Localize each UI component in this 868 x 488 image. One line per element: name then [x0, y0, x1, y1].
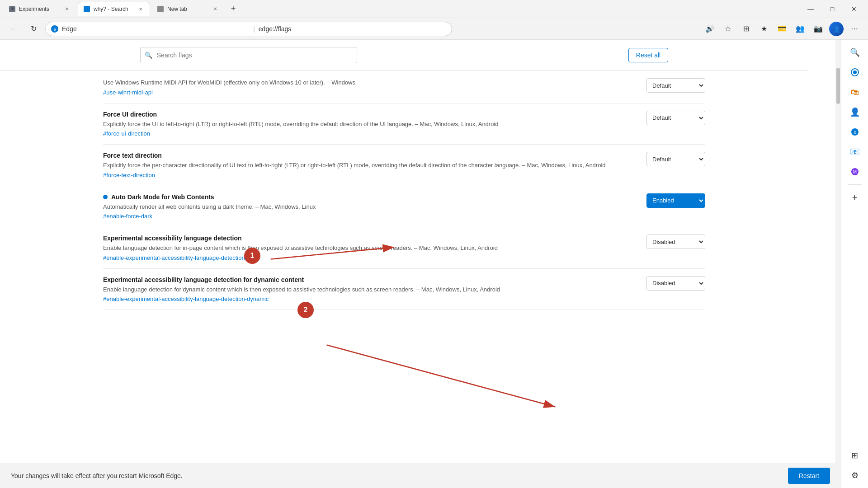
flag-select-accessibility-lang-detect[interactable]: Default Enabled Disabled [646, 235, 705, 249]
annotation-circle-2: 2 [297, 302, 314, 318]
annotation-circle-1: 1 [244, 248, 260, 264]
main-layout: 🔍 Reset all Use Windows Runtime MIDI API… [0, 40, 868, 488]
flag-info: Experimental accessibility language dete… [103, 276, 636, 303]
splitscreen-icon[interactable]: ⊞ [738, 21, 754, 37]
search-input[interactable] [140, 47, 357, 63]
back-button[interactable]: ← [5, 21, 22, 37]
reset-all-button[interactable]: Reset all [628, 48, 668, 62]
copilot-icon[interactable]: 👥 [792, 21, 808, 37]
svg-text:M: M [853, 169, 856, 174]
flag-control: Default Enabled Disabled [646, 111, 705, 125]
close-button[interactable]: ✕ [844, 2, 864, 16]
flag-select-accessibility-lang-detect-dynamic[interactable]: Default Enabled Disabled [646, 276, 705, 291]
sidebar-edge-icon[interactable]: e [846, 123, 864, 141]
flag-item-accessibility-lang-detect-dynamic: Experimental accessibility language dete… [103, 269, 705, 310]
flag-item-accessibility-lang-detect: Experimental accessibility language dete… [103, 227, 705, 269]
window-controls: — □ ✕ [800, 2, 864, 16]
flag-title: Force UI direction [103, 111, 636, 118]
sidebar-shopping-icon[interactable]: 🛍 [846, 83, 864, 101]
profile-avatar: 👤 [829, 22, 844, 36]
tab-newtab-label: New tab [167, 6, 208, 12]
tab-experiments-icon: ⚗ [9, 6, 15, 12]
flag-title: Force text direction [103, 152, 636, 159]
tab-search-close[interactable]: ✕ [137, 5, 144, 13]
svg-text:e: e [854, 130, 856, 135]
tab-newtab-close[interactable]: ✕ [212, 5, 219, 13]
toolbar: ← ↻ e Edge | edge://flags 🔊 ☆ ⊞ ★ 💳 👥 📷 … [0, 18, 868, 40]
tab-experiments[interactable]: ⚗ Experiments ✕ [4, 2, 76, 16]
flag-link[interactable]: #enable-experimental-accessibility-langu… [103, 254, 636, 261]
tab-experiments-label: Experiments [19, 6, 60, 12]
address-separator: | [253, 25, 255, 33]
flag-description: Automatically render all web contents us… [103, 202, 636, 211]
flag-info: Auto Dark Mode for Web Contents Automati… [103, 193, 636, 220]
search-container: 🔍 [140, 47, 357, 63]
flag-select-winrt-midi[interactable]: Default Enabled Disabled [646, 78, 705, 93]
flag-description: Explicitly force the per-character direc… [103, 161, 636, 170]
flag-description: Enable language detection for in-page co… [103, 244, 636, 253]
sidebar-add-icon[interactable]: + [846, 188, 864, 206]
tab-search-label: why? - Search [94, 6, 133, 12]
changes-text: Your changes will take effect after you … [11, 472, 183, 479]
read-aloud-icon[interactable]: 🔊 [702, 21, 718, 37]
flag-link[interactable]: #force-text-direction [103, 172, 636, 178]
sidebar-divider [848, 184, 862, 185]
flag-item-winrt-midi: Use Windows Runtime MIDI API for WebMIDI… [103, 71, 705, 103]
flag-select-force-ui-direction[interactable]: Default Enabled Disabled [646, 111, 705, 125]
flag-description: Use Windows Runtime MIDI API for WebMIDI… [103, 78, 636, 87]
sidebar-search-icon[interactable]: 🔍 [846, 43, 864, 61]
screenshot-icon[interactable]: 📷 [810, 21, 826, 37]
sidebar-extra-icon[interactable]: M [846, 163, 864, 181]
tab-newtab-icon [157, 6, 164, 12]
flag-active-dot [103, 195, 108, 199]
svg-point-3 [853, 70, 857, 74]
toolbar-actions: 🔊 ☆ ⊞ ★ 💳 👥 📷 👤 ⋯ [702, 21, 863, 37]
flag-item-force-dark: Auto Dark Mode for Web Contents Automati… [103, 186, 705, 228]
flag-title: Experimental accessibility language dete… [103, 235, 636, 242]
search-icon: 🔍 [145, 52, 152, 59]
wallet-icon[interactable]: 💳 [774, 21, 790, 37]
refresh-button[interactable]: ↻ [25, 21, 42, 37]
flag-link[interactable]: #enable-experimental-accessibility-langu… [103, 296, 636, 302]
flag-control: Default Enabled Disabled [646, 78, 705, 93]
tab-search[interactable]: why? - Search ✕ [78, 2, 150, 16]
flag-info: Force text direction Explicitly force th… [103, 152, 636, 178]
menu-icon[interactable]: ⋯ [846, 21, 863, 37]
flag-title: Experimental accessibility language dete… [103, 276, 636, 283]
sidebar-layout-icon[interactable]: ⊞ [846, 446, 864, 465]
flags-header: 🔍 Reset all [0, 40, 808, 71]
scrollbar-thumb[interactable] [836, 68, 840, 104]
address-bar[interactable]: e Edge | edge://flags [45, 22, 452, 36]
profile-icon[interactable]: 👤 [828, 21, 844, 37]
bottom-bar: Your changes will take effect after you … [0, 463, 841, 488]
maximize-button[interactable]: □ [822, 2, 843, 16]
lock-icon: e [51, 25, 58, 33]
flag-link[interactable]: #enable-force-dark [103, 213, 636, 220]
flag-select-force-text-direction[interactable]: Default Enabled Disabled [646, 152, 705, 166]
address-protocol: Edge [62, 25, 250, 33]
sidebar-settings-icon[interactable]: ⚙ [846, 466, 864, 484]
favorites-list-icon[interactable]: ★ [756, 21, 772, 37]
flag-info: Force UI direction Explicitly force the … [103, 111, 636, 137]
flag-link[interactable]: #use-winrt-midi-api [103, 89, 636, 96]
tab-newtab[interactable]: New tab ✕ [152, 2, 224, 16]
flag-item-force-ui-direction: Force UI direction Explicitly force the … [103, 103, 705, 145]
new-tab-button[interactable]: + [226, 2, 241, 16]
flags-list: Use Windows Runtime MIDI API for WebMIDI… [92, 71, 716, 310]
favorites-icon[interactable]: ☆ [720, 21, 736, 37]
minimize-button[interactable]: — [800, 2, 821, 16]
sidebar-profile-icon[interactable]: 👤 [846, 103, 864, 121]
svg-text:e: e [53, 27, 56, 32]
scrollbar-track[interactable] [835, 40, 841, 488]
flag-select-force-dark[interactable]: Default Enabled Disabled [646, 193, 705, 208]
flag-control: Default Enabled Disabled [646, 152, 705, 166]
sidebar-collections-icon[interactable] [846, 63, 864, 81]
restart-button[interactable]: Restart [788, 468, 830, 484]
flag-link[interactable]: #force-ui-direction [103, 130, 636, 137]
address-url: edge://flags [259, 25, 446, 33]
sidebar-outlook-icon[interactable]: 📧 [846, 143, 864, 161]
title-bar: ⚗ Experiments ✕ why? - Search ✕ New tab … [0, 0, 868, 18]
tab-experiments-close[interactable]: ✕ [63, 5, 71, 13]
flag-info: Experimental accessibility language dete… [103, 235, 636, 261]
flag-title: Auto Dark Mode for Web Contents [103, 193, 636, 201]
